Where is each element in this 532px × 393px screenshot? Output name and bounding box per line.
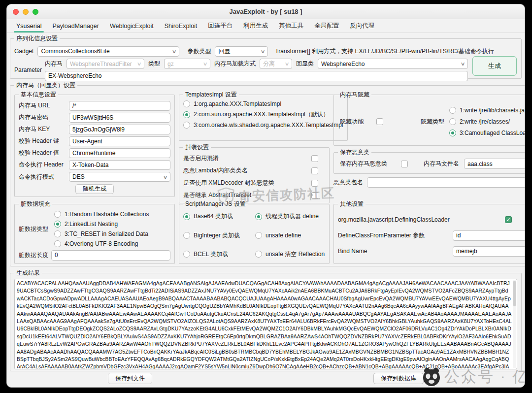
memshell-url-label: 内存马 URL — [19, 101, 66, 110]
generate-button[interactable]: 生成 — [472, 56, 517, 76]
radio-icon[interactable] — [255, 213, 262, 220]
checkbox-icon[interactable] — [376, 118, 383, 125]
thread-classloader-define-option[interactable]: 线程类加载器 define — [255, 212, 325, 221]
radio-icon[interactable] — [449, 107, 456, 114]
checkbox-icon[interactable] — [311, 180, 318, 187]
bcel-load-option[interactable]: BCEL 类加载 — [183, 250, 255, 259]
save-to-file-button[interactable]: 保存到文件 — [108, 373, 152, 384]
biginteger-load-option[interactable]: BigInteger 类加载 — [183, 231, 255, 240]
memshell-label: 内存马 — [45, 60, 63, 68]
tab-bar: Ysuserial PayloadManager WeblogicExploit… — [7, 19, 525, 33]
radio-icon[interactable] — [54, 230, 61, 237]
radio-icon[interactable] — [255, 232, 262, 239]
memshell-settings-legend: 内存马（回显类）设置 — [14, 81, 77, 90]
chevron-down-icon: ∨ — [261, 49, 266, 54]
tab-other-tools[interactable]: 其他工具 — [273, 19, 309, 33]
parameter-input[interactable] — [45, 71, 468, 81]
tab-exploit-generate[interactable]: 利用生成 — [238, 19, 273, 33]
scrollbar[interactable] — [513, 280, 516, 368]
checkbox-icon[interactable] — [311, 155, 318, 162]
checkbox-icon[interactable] — [311, 192, 318, 199]
title-bar: JavaExploit - by [ su18 ] — [7, 4, 525, 19]
radio-icon[interactable] — [183, 122, 190, 129]
defineclassfromparameter-input[interactable] — [453, 230, 525, 241]
dirty-type-label: 脏数据类型 — [19, 225, 54, 233]
dirty-option-4[interactable]: 4:Overlong UTF-8 Encoding — [54, 240, 170, 247]
radio-icon[interactable] — [183, 111, 190, 118]
echo-class-select[interactable]: WebsphereEcho ∨ — [318, 59, 468, 69]
main-content: 序列化信息设置 Gadget CommonsCollections6Lite ∨… — [7, 33, 525, 387]
checkbox-icon[interactable] — [505, 216, 512, 223]
save-to-database-button[interactable]: 保存到数据库 — [373, 373, 424, 384]
param-type-select[interactable]: 回显 ∨ — [215, 46, 268, 57]
radio-icon[interactable] — [255, 251, 262, 258]
gadget-label: Gadget — [14, 48, 33, 55]
memshell-filename-input[interactable] — [464, 159, 525, 169]
unsafe-define-option[interactable]: unsafe define — [255, 231, 325, 240]
check-header-value-input[interactable] — [69, 148, 170, 158]
memshell-password-input[interactable] — [69, 113, 170, 123]
tab-weblogicexploit[interactable]: WeblogicExploit — [104, 19, 159, 33]
base64-load-option[interactable]: Base64 类加载 — [183, 212, 255, 221]
type-select[interactable]: gz ∨ — [164, 59, 210, 69]
memshell-hide-group: 内存马隐藏 隐藏功能 隐藏类型 1:write /jre/lib/charset… — [333, 91, 525, 146]
random-generate-button[interactable]: 随机生成 — [75, 184, 114, 194]
gadget-select[interactable]: CommonsCollections6Lite ∨ — [37, 46, 179, 57]
templatesimpl-option-1[interactable]: 1:org.apache.XXX.TemplatesImpl — [183, 100, 343, 107]
echo-class-label: 回显类 — [296, 60, 314, 68]
serialization-group: 序列化信息设置 Gadget CommonsCollections6Lite ∨… — [10, 34, 522, 79]
radio-icon[interactable] — [183, 232, 190, 239]
memshell-key-input[interactable] — [69, 125, 170, 134]
xmldecoder-row: 是否使用 XMLDecoder 封装恶意类 — [183, 178, 325, 188]
cmd-header-input[interactable] — [69, 160, 170, 170]
radio-icon[interactable] — [54, 240, 61, 247]
radio-icon[interactable] — [183, 251, 190, 258]
result-group: 生成结果 ACABYACACPALAAHQAaAAUAggDDAB4AHWAEA… — [10, 269, 522, 371]
tab-shiroexploit[interactable]: ShiroExploit — [159, 19, 203, 33]
obfuscation-row: 是否启用混淆 — [183, 153, 325, 164]
definingclassloader-label: org.mozilla.javascript.DefiningClassLoad… — [338, 216, 450, 223]
tab-ysuserial[interactable]: Ysuserial — [11, 19, 47, 33]
dirty-option-2[interactable]: 2:LinkedList Nesting — [54, 221, 170, 228]
tab-payloadmanager[interactable]: PayloadManager — [47, 19, 104, 33]
dirty-data-group: 脏数据填充 脏数据类型 1:Random Hashable Collection… — [14, 200, 175, 264]
hide-feature-label: 隐藏功能 — [340, 118, 364, 126]
radio-icon[interactable] — [449, 130, 456, 136]
chevron-down-icon: ∨ — [136, 61, 141, 66]
templatesimpl-option-2[interactable]: 2:com.sun.org.apache.XXX.TemplatesImpl（默… — [183, 110, 343, 119]
memshell-url-input[interactable] — [69, 101, 170, 111]
radio-icon[interactable] — [449, 118, 456, 125]
memshell-select[interactable]: WebsphereThreadFilter ∨ — [66, 59, 144, 69]
radio-icon[interactable] — [54, 221, 61, 228]
serialization-legend: 序列化信息设置 — [14, 34, 60, 43]
cmd-mode-select[interactable]: DES ∨ — [69, 172, 170, 182]
hide-option-3[interactable]: 3:Camouflaged ClassLoader — [449, 130, 525, 136]
hide-option-2[interactable]: 2:write /jre/classes/ — [449, 118, 525, 125]
abstracttranslet-row: 是否继承 AbstractTranslet — [183, 190, 325, 200]
radio-icon[interactable] — [54, 211, 61, 218]
hide-option-1[interactable]: 1:write /jre/lib/charsets.jar — [449, 107, 525, 114]
dirty-option-1[interactable]: 1:Random Hashable Collections — [54, 211, 170, 218]
save-class-label: 保存内存马恶意类 — [340, 160, 387, 168]
bind-name-input[interactable] — [453, 246, 525, 257]
result-output-area[interactable]: ACABYACACPALAAHQAaAAUAggDDAB4AHWAEAGMA4g… — [14, 279, 517, 369]
malicious-package-label: 恶意类包名 — [333, 178, 363, 187]
tab-callback-platform[interactable]: 回连平台 — [202, 19, 238, 33]
dirty-option-3[interactable]: 3:TC_RESET in Serialized Data — [54, 230, 170, 237]
check-header-key-input[interactable] — [69, 136, 170, 146]
check-header-key-label: 校验 Header 键 — [19, 137, 66, 145]
app-window: JavaExploit - by [ su18 ] Ysuserial Payl… — [6, 4, 525, 388]
malicious-package-input[interactable] — [367, 177, 525, 188]
tab-reverse-proxy[interactable]: 反向代理 — [344, 19, 380, 33]
dirty-length-input[interactable] — [51, 250, 170, 261]
radio-icon[interactable] — [183, 100, 190, 107]
checkbox-icon[interactable] — [311, 167, 318, 174]
checkbox-icon[interactable] — [401, 161, 408, 167]
tab-global-config[interactable]: 全局配置 — [309, 19, 344, 33]
scrollbar-thumb[interactable] — [513, 281, 516, 306]
radio-icon[interactable] — [183, 213, 190, 220]
unsafe-clear-reflection-option[interactable]: unsafe 清空 Reflection — [255, 250, 325, 259]
load-mode-select[interactable]: 分离 ∨ — [260, 59, 292, 69]
templatesimpl-option-3[interactable]: 3:com.oracle.wls.shaded.org.apache.XXX.T… — [183, 122, 343, 129]
basic-info-group: 基本信息设置 内存马 URL 内存马密码 内存马 KEY 校验 Header 键… — [14, 91, 175, 197]
